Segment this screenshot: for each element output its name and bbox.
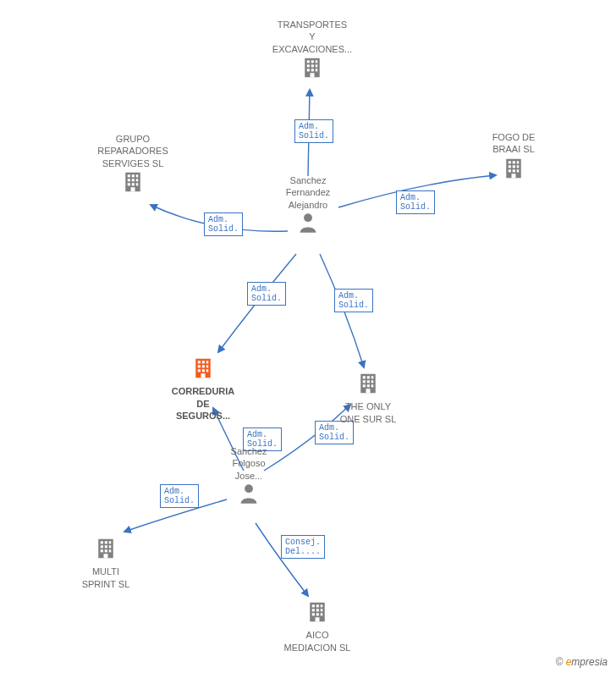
svg-rect-24 xyxy=(132,174,135,177)
svg-rect-47 xyxy=(371,376,374,378)
person-label: SanchezFolgosoJose... xyxy=(202,445,295,482)
svg-rect-73 xyxy=(312,613,315,615)
svg-rect-52 xyxy=(367,384,370,387)
svg-point-78 xyxy=(245,484,253,493)
svg-rect-68 xyxy=(316,604,319,607)
svg-rect-21 xyxy=(512,174,516,178)
svg-rect-49 xyxy=(367,380,370,383)
person-node[interactable]: SanchezFolgosoJose... xyxy=(202,444,295,508)
svg-rect-32 xyxy=(131,187,135,191)
company-label: AICOMEDIACION SL xyxy=(267,629,368,654)
svg-rect-38 xyxy=(202,365,205,367)
building-icon xyxy=(501,156,526,181)
svg-rect-39 xyxy=(206,365,209,367)
person-icon xyxy=(296,211,320,234)
svg-rect-17 xyxy=(517,165,520,168)
svg-rect-57 xyxy=(105,541,107,543)
company-label: TRANSPORTESYEXCAVACIONES... xyxy=(261,19,363,55)
svg-rect-14 xyxy=(517,161,520,163)
svg-rect-50 xyxy=(371,380,374,383)
svg-rect-16 xyxy=(513,165,515,168)
building-icon xyxy=(120,169,146,195)
svg-rect-62 xyxy=(101,549,103,552)
company-node[interactable]: GRUPOREPARADORESSERVIGES SL xyxy=(82,131,184,197)
svg-rect-26 xyxy=(128,179,130,181)
svg-rect-70 xyxy=(312,609,315,611)
building-icon xyxy=(93,536,118,561)
svg-rect-20 xyxy=(517,169,520,172)
company-label: CORREDURIADESEGUROS... xyxy=(152,385,254,422)
svg-rect-59 xyxy=(101,545,103,548)
company-node[interactable]: MULTISPRINT SL xyxy=(55,536,157,590)
svg-rect-1 xyxy=(307,60,310,63)
svg-rect-65 xyxy=(104,554,108,558)
svg-rect-10 xyxy=(311,73,315,77)
svg-rect-64 xyxy=(109,549,112,552)
svg-rect-4 xyxy=(307,64,310,67)
copyright-symbol: © xyxy=(555,656,563,668)
svg-rect-71 xyxy=(316,609,319,611)
svg-rect-3 xyxy=(316,60,318,63)
svg-rect-27 xyxy=(132,179,135,181)
svg-rect-74 xyxy=(316,613,319,615)
svg-rect-9 xyxy=(316,69,318,71)
relationship-edge xyxy=(218,254,296,352)
svg-rect-2 xyxy=(311,60,314,63)
company-label: GRUPOREPARADORESSERVIGES SL xyxy=(82,133,184,169)
svg-rect-63 xyxy=(105,549,107,552)
svg-rect-76 xyxy=(316,617,320,621)
svg-rect-30 xyxy=(132,183,135,185)
svg-rect-35 xyxy=(202,361,205,363)
svg-rect-53 xyxy=(371,384,374,387)
company-node[interactable]: FOGO DEBRAAI SL xyxy=(463,130,564,184)
svg-rect-18 xyxy=(509,169,511,172)
svg-rect-29 xyxy=(128,183,130,185)
company-node[interactable]: CORREDURIADESEGUROS... xyxy=(152,356,254,422)
relationship-edge xyxy=(256,523,308,596)
svg-rect-58 xyxy=(109,541,112,543)
svg-rect-46 xyxy=(367,376,370,378)
svg-rect-13 xyxy=(513,161,515,163)
building-icon xyxy=(355,371,381,396)
svg-rect-72 xyxy=(321,609,323,611)
person-label: SanchezFernandezAlejandro xyxy=(261,174,355,211)
company-node[interactable]: AICOMEDIACION SL xyxy=(267,599,368,654)
company-node[interactable]: THE ONLYONE SUR SL xyxy=(317,371,419,425)
svg-rect-56 xyxy=(101,541,103,543)
svg-rect-7 xyxy=(307,69,310,71)
svg-rect-69 xyxy=(321,604,323,607)
building-icon xyxy=(300,55,325,80)
svg-rect-45 xyxy=(363,376,366,378)
building-icon xyxy=(305,599,330,625)
svg-rect-19 xyxy=(513,169,515,172)
relationship-edge xyxy=(308,90,310,176)
svg-rect-75 xyxy=(321,613,323,615)
brand-rest: mpresia xyxy=(571,656,608,668)
company-label: THE ONLYONE SUR SL xyxy=(317,400,419,425)
svg-rect-60 xyxy=(105,545,107,548)
svg-rect-36 xyxy=(206,361,209,363)
credit: © empresia xyxy=(555,656,608,668)
svg-rect-67 xyxy=(312,604,315,607)
svg-rect-23 xyxy=(128,174,130,177)
person-icon xyxy=(237,482,261,505)
svg-point-77 xyxy=(304,213,312,222)
svg-rect-43 xyxy=(201,373,206,378)
building-icon xyxy=(190,356,216,381)
svg-rect-12 xyxy=(509,161,511,163)
person-node[interactable]: SanchezFernandezAlejandro xyxy=(261,173,355,237)
svg-rect-40 xyxy=(198,369,201,372)
svg-rect-28 xyxy=(136,179,139,181)
svg-rect-31 xyxy=(136,183,139,185)
svg-rect-8 xyxy=(311,69,314,71)
svg-rect-25 xyxy=(136,174,139,177)
svg-rect-54 xyxy=(366,389,371,393)
svg-rect-61 xyxy=(109,545,112,548)
svg-rect-51 xyxy=(363,384,366,387)
relationship-edge xyxy=(320,254,364,367)
company-node[interactable]: TRANSPORTESYEXCAVACIONES... xyxy=(261,17,363,83)
svg-rect-15 xyxy=(509,165,511,168)
svg-rect-42 xyxy=(206,369,209,372)
svg-rect-6 xyxy=(316,64,318,67)
company-label: MULTISPRINT SL xyxy=(55,565,157,590)
